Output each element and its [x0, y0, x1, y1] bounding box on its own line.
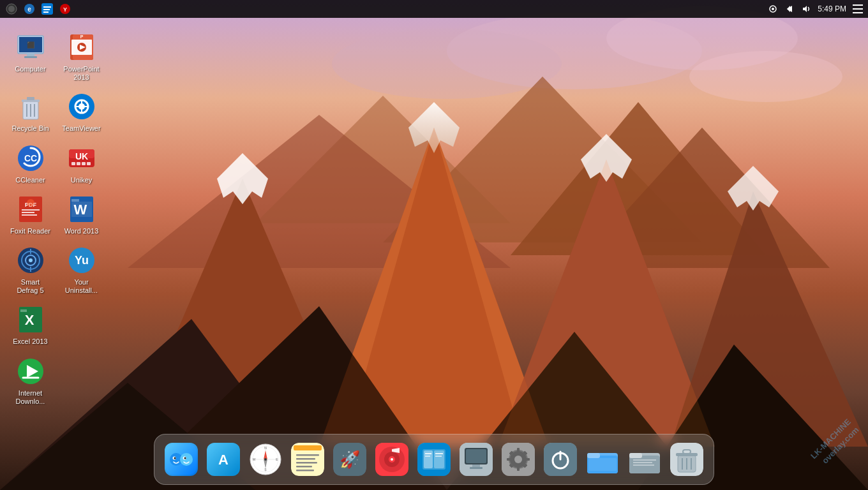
unikey-label: Unikey [71, 176, 93, 184]
svg-rect-76 [22, 209, 40, 211]
imac-icon [460, 443, 493, 476]
svg-rect-169 [633, 464, 654, 466]
menu-icon[interactable] [853, 4, 863, 14]
svg-rect-71 [77, 162, 80, 165]
defrag-label: Smart Defrag 5 [10, 278, 51, 295]
desktop-icon-unikey[interactable]: UK Unikey [57, 140, 105, 188]
svg-point-132 [391, 458, 393, 461]
volume-icon[interactable] [801, 4, 811, 14]
desktop-icon-computer[interactable]: ⬛ Computer [6, 29, 54, 85]
dock-item-rocket[interactable]: 🚀 [331, 440, 369, 479]
svg-rect-152 [526, 458, 530, 461]
svg-rect-150 [517, 467, 520, 471]
desktop-icon-defrag[interactable]: Smart Defrag 5 [6, 242, 54, 298]
word-label: Word 2013 [64, 227, 99, 235]
svg-point-4 [689, 51, 842, 102]
power-icon [544, 443, 577, 476]
taskbar-app-3[interactable] [41, 3, 54, 15]
excel-label: Excel 2013 [13, 338, 47, 346]
dock-item-notes[interactable] [288, 440, 327, 479]
syspref-icon [502, 443, 535, 476]
svg-rect-144 [472, 464, 480, 467]
taskbar-app-1[interactable] [5, 3, 18, 15]
trash-icon [670, 443, 703, 476]
svg-rect-122 [296, 458, 315, 460]
dock-item-safari[interactable]: N S E W [246, 440, 285, 479]
desktop: e Y [0, 0, 868, 490]
taskbar-top: e Y [0, 0, 868, 18]
svg-point-87 [29, 258, 33, 262]
network-tray-icon[interactable] [768, 4, 778, 14]
svg-rect-57 [27, 97, 34, 100]
recycle-bin-label: Recycle Bin [11, 124, 49, 133]
svg-rect-120 [294, 445, 322, 450]
taskbar-app-2[interactable]: e [23, 3, 36, 15]
dock-item-power[interactable] [541, 440, 580, 479]
dock-item-library[interactable] [415, 440, 453, 479]
dock-item-trash[interactable] [668, 440, 706, 479]
svg-text:W: W [253, 457, 256, 461]
icon-row-4: PDF Foxit Reader W [6, 191, 108, 239]
foxit-label: Foxit Reader [10, 227, 50, 235]
taskbar-app-4[interactable]: Y [59, 3, 71, 15]
svg-text:🚀: 🚀 [340, 449, 361, 470]
svg-text:P: P [80, 34, 83, 39]
svg-rect-121 [296, 454, 319, 456]
svg-text:X: X [24, 312, 34, 328]
svg-rect-73 [87, 162, 91, 165]
svg-point-148 [514, 456, 522, 463]
svg-rect-123 [296, 462, 317, 464]
svg-rect-47 [24, 56, 37, 58]
dock-item-appstore[interactable]: A [204, 440, 243, 479]
svg-rect-43 [853, 12, 863, 13]
svg-rect-32 [43, 9, 50, 10]
svg-rect-168 [633, 462, 652, 463]
back-icon[interactable] [784, 4, 795, 14]
svg-point-104 [184, 457, 186, 459]
desktop-icon-teamviewer[interactable]: TeamViewer [57, 88, 105, 136]
dock-item-imac[interactable] [457, 440, 495, 479]
library-icon [417, 443, 451, 476]
svg-rect-137 [425, 453, 431, 454]
svg-rect-41 [853, 4, 863, 6]
svg-rect-149 [517, 448, 520, 452]
desktop-icon-foxit[interactable]: PDF Foxit Reader [6, 191, 54, 239]
desktop-icon-recycle[interactable]: Recycle Bin [6, 88, 54, 136]
desktop-icon-word[interactable]: W Word 2013 [57, 191, 105, 239]
svg-rect-163 [588, 458, 617, 471]
excel-icon: X [15, 304, 46, 335]
svg-rect-166 [629, 453, 642, 458]
svg-rect-124 [296, 466, 312, 468]
desktop-icon-ccleaner[interactable]: CC CCleaner [6, 140, 54, 188]
dock: A N S [154, 434, 714, 485]
svg-rect-151 [507, 458, 511, 461]
desktop-icon-powerpoint[interactable]: P PowerPoint 2013 [57, 29, 105, 85]
dock-item-folder1[interactable] [583, 440, 622, 479]
dock-item-syspref[interactable] [499, 440, 537, 479]
desktop-icons: ⬛ Computer P PowerPoint 2013 [0, 22, 115, 415]
dock-item-finder[interactable] [162, 440, 200, 479]
svg-marker-40 [803, 6, 807, 12]
taskbar-top-right: 5:49 PM [768, 4, 863, 14]
icon-row-2: Recycle Bin TeamViewer [6, 88, 108, 136]
svg-text:CC: CC [24, 153, 36, 163]
safari-icon: N S E W [249, 443, 282, 476]
idm-icon [15, 356, 46, 387]
desktop-icon-uninstall[interactable]: Yu Your Uninstall... [57, 242, 105, 298]
notes-icon [291, 443, 324, 476]
svg-rect-31 [43, 6, 51, 8]
desktop-icon-idm[interactable]: Internet Downlo... [6, 353, 54, 409]
defrag-icon [15, 245, 46, 276]
svg-point-114 [264, 458, 267, 461]
svg-rect-77 [22, 212, 34, 213]
svg-text:Yu: Yu [74, 254, 88, 267]
clock: 5:49 PM [818, 4, 846, 13]
svg-rect-143 [466, 449, 486, 463]
dock-item-music[interactable] [373, 440, 411, 479]
svg-rect-78 [22, 214, 37, 216]
folder2-icon [628, 443, 661, 476]
desktop-icon-excel[interactable]: X Excel 2013 [6, 301, 54, 349]
svg-rect-83 [71, 199, 79, 202]
dock-item-folder2[interactable] [625, 440, 664, 479]
taskbar-top-left: e Y [5, 3, 71, 15]
